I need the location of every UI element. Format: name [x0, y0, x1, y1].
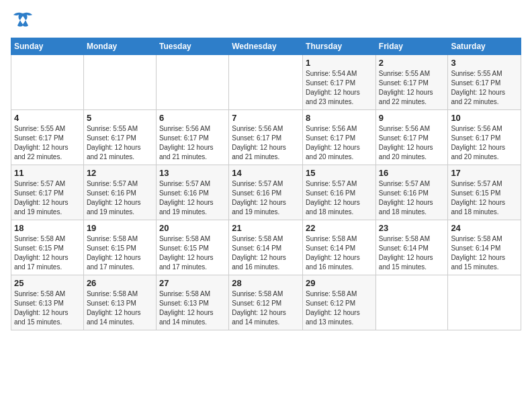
calendar-cell: 9Sunrise: 5:56 AM Sunset: 6:17 PM Daylig…: [375, 110, 448, 165]
calendar-cell: 20Sunrise: 5:58 AM Sunset: 6:15 PM Dayli…: [156, 220, 228, 275]
calendar-cell: [156, 55, 228, 110]
day-info: Sunrise: 5:56 AM Sunset: 6:17 PM Dayligh…: [451, 124, 518, 162]
day-number: 2: [379, 58, 445, 68]
day-number: 13: [159, 168, 226, 178]
calendar-cell: [11, 55, 84, 110]
day-info: Sunrise: 5:58 AM Sunset: 6:12 PM Dayligh…: [306, 289, 373, 327]
day-info: Sunrise: 5:57 AM Sunset: 6:16 PM Dayligh…: [159, 179, 226, 217]
weekday-header: Wednesday: [229, 38, 303, 55]
weekday-header: Saturday: [448, 38, 521, 55]
day-number: 21: [232, 223, 300, 233]
calendar-cell: 23Sunrise: 5:58 AM Sunset: 6:14 PM Dayli…: [375, 220, 448, 275]
day-info: Sunrise: 5:55 AM Sunset: 6:17 PM Dayligh…: [451, 69, 518, 107]
day-info: Sunrise: 5:57 AM Sunset: 6:17 PM Dayligh…: [14, 179, 81, 217]
day-number: 28: [232, 278, 300, 288]
calendar-cell: 17Sunrise: 5:57 AM Sunset: 6:15 PM Dayli…: [448, 165, 521, 220]
day-number: 10: [451, 113, 518, 123]
calendar-cell: 22Sunrise: 5:58 AM Sunset: 6:14 PM Dayli…: [303, 220, 376, 275]
calendar-cell: [83, 55, 156, 110]
logo: [11, 11, 38, 31]
day-info: Sunrise: 5:57 AM Sunset: 6:15 PM Dayligh…: [451, 179, 518, 217]
calendar-cell: 15Sunrise: 5:57 AM Sunset: 6:16 PM Dayli…: [303, 165, 376, 220]
calendar-cell: 26Sunrise: 5:58 AM Sunset: 6:13 PM Dayli…: [83, 275, 156, 330]
calendar-cell: 24Sunrise: 5:58 AM Sunset: 6:14 PM Dayli…: [448, 220, 521, 275]
calendar-cell: 11Sunrise: 5:57 AM Sunset: 6:17 PM Dayli…: [11, 165, 84, 220]
weekday-header: Thursday: [303, 38, 376, 55]
day-info: Sunrise: 5:54 AM Sunset: 6:17 PM Dayligh…: [306, 69, 373, 107]
calendar-cell: 6Sunrise: 5:56 AM Sunset: 6:17 PM Daylig…: [156, 110, 228, 165]
day-info: Sunrise: 5:56 AM Sunset: 6:17 PM Dayligh…: [306, 124, 373, 162]
day-info: Sunrise: 5:58 AM Sunset: 6:13 PM Dayligh…: [87, 289, 153, 327]
day-info: Sunrise: 5:57 AM Sunset: 6:16 PM Dayligh…: [306, 179, 373, 217]
calendar-cell: 2Sunrise: 5:55 AM Sunset: 6:17 PM Daylig…: [375, 55, 448, 110]
calendar-cell: 27Sunrise: 5:58 AM Sunset: 6:13 PM Dayli…: [156, 275, 228, 330]
weekday-header: Friday: [375, 38, 448, 55]
day-info: Sunrise: 5:58 AM Sunset: 6:14 PM Dayligh…: [379, 234, 445, 272]
day-number: 7: [232, 113, 300, 123]
calendar-table: SundayMondayTuesdayWednesdayThursdayFrid…: [11, 38, 521, 330]
day-number: 1: [306, 58, 373, 68]
day-number: 24: [451, 223, 518, 233]
calendar-cell: 13Sunrise: 5:57 AM Sunset: 6:16 PM Dayli…: [156, 165, 228, 220]
weekday-header: Sunday: [11, 38, 84, 55]
day-number: 15: [306, 168, 373, 178]
calendar-cell: [229, 55, 303, 110]
day-number: 8: [306, 113, 373, 123]
day-info: Sunrise: 5:58 AM Sunset: 6:14 PM Dayligh…: [451, 234, 518, 272]
calendar-cell: [448, 275, 521, 330]
day-info: Sunrise: 5:56 AM Sunset: 6:17 PM Dayligh…: [159, 124, 226, 162]
day-info: Sunrise: 5:55 AM Sunset: 6:17 PM Dayligh…: [87, 124, 153, 162]
page-header: [11, 11, 521, 31]
day-info: Sunrise: 5:57 AM Sunset: 6:16 PM Dayligh…: [379, 179, 445, 217]
weekday-header: Tuesday: [156, 38, 228, 55]
day-number: 12: [87, 168, 153, 178]
day-info: Sunrise: 5:56 AM Sunset: 6:17 PM Dayligh…: [232, 124, 300, 162]
calendar-cell: 19Sunrise: 5:58 AM Sunset: 6:15 PM Dayli…: [83, 220, 156, 275]
calendar-cell: 29Sunrise: 5:58 AM Sunset: 6:12 PM Dayli…: [303, 275, 376, 330]
day-number: 29: [306, 278, 373, 288]
calendar-body: 1Sunrise: 5:54 AM Sunset: 6:17 PM Daylig…: [11, 55, 521, 330]
calendar-cell: 16Sunrise: 5:57 AM Sunset: 6:16 PM Dayli…: [375, 165, 448, 220]
calendar-cell: 28Sunrise: 5:58 AM Sunset: 6:12 PM Dayli…: [229, 275, 303, 330]
day-info: Sunrise: 5:58 AM Sunset: 6:14 PM Dayligh…: [306, 234, 373, 272]
day-info: Sunrise: 5:58 AM Sunset: 6:12 PM Dayligh…: [232, 289, 300, 327]
day-number: 18: [14, 223, 81, 233]
day-number: 3: [451, 58, 518, 68]
day-number: 6: [159, 113, 226, 123]
calendar-cell: 25Sunrise: 5:58 AM Sunset: 6:13 PM Dayli…: [11, 275, 84, 330]
day-info: Sunrise: 5:58 AM Sunset: 6:13 PM Dayligh…: [14, 289, 81, 327]
day-number: 5: [87, 113, 153, 123]
calendar-cell: 18Sunrise: 5:58 AM Sunset: 6:15 PM Dayli…: [11, 220, 84, 275]
day-number: 22: [306, 223, 373, 233]
day-info: Sunrise: 5:55 AM Sunset: 6:17 PM Dayligh…: [14, 124, 81, 162]
calendar-cell: 14Sunrise: 5:57 AM Sunset: 6:16 PM Dayli…: [229, 165, 303, 220]
calendar-cell: 8Sunrise: 5:56 AM Sunset: 6:17 PM Daylig…: [303, 110, 376, 165]
day-number: 25: [14, 278, 81, 288]
day-info: Sunrise: 5:58 AM Sunset: 6:14 PM Dayligh…: [232, 234, 300, 272]
day-info: Sunrise: 5:58 AM Sunset: 6:13 PM Dayligh…: [159, 289, 226, 327]
day-number: 16: [379, 168, 445, 178]
day-number: 17: [451, 168, 518, 178]
calendar-cell: 5Sunrise: 5:55 AM Sunset: 6:17 PM Daylig…: [83, 110, 156, 165]
day-number: 9: [379, 113, 445, 123]
day-number: 4: [14, 113, 81, 123]
calendar-cell: 1Sunrise: 5:54 AM Sunset: 6:17 PM Daylig…: [303, 55, 376, 110]
day-number: 26: [87, 278, 153, 288]
calendar-cell: 7Sunrise: 5:56 AM Sunset: 6:17 PM Daylig…: [229, 110, 303, 165]
day-info: Sunrise: 5:58 AM Sunset: 6:15 PM Dayligh…: [87, 234, 153, 272]
day-number: 23: [379, 223, 445, 233]
day-number: 14: [232, 168, 300, 178]
day-info: Sunrise: 5:58 AM Sunset: 6:15 PM Dayligh…: [159, 234, 226, 272]
calendar-cell: 10Sunrise: 5:56 AM Sunset: 6:17 PM Dayli…: [448, 110, 521, 165]
calendar-cell: 12Sunrise: 5:57 AM Sunset: 6:16 PM Dayli…: [83, 165, 156, 220]
day-info: Sunrise: 5:57 AM Sunset: 6:16 PM Dayligh…: [87, 179, 153, 217]
day-info: Sunrise: 5:57 AM Sunset: 6:16 PM Dayligh…: [232, 179, 300, 217]
day-number: 27: [159, 278, 226, 288]
calendar-header: SundayMondayTuesdayWednesdayThursdayFrid…: [11, 38, 521, 55]
calendar-cell: 3Sunrise: 5:55 AM Sunset: 6:17 PM Daylig…: [448, 55, 521, 110]
day-number: 19: [87, 223, 153, 233]
calendar-cell: 4Sunrise: 5:55 AM Sunset: 6:17 PM Daylig…: [11, 110, 84, 165]
logo-bird-icon: [11, 11, 35, 31]
day-number: 11: [14, 168, 81, 178]
calendar-cell: [375, 275, 448, 330]
